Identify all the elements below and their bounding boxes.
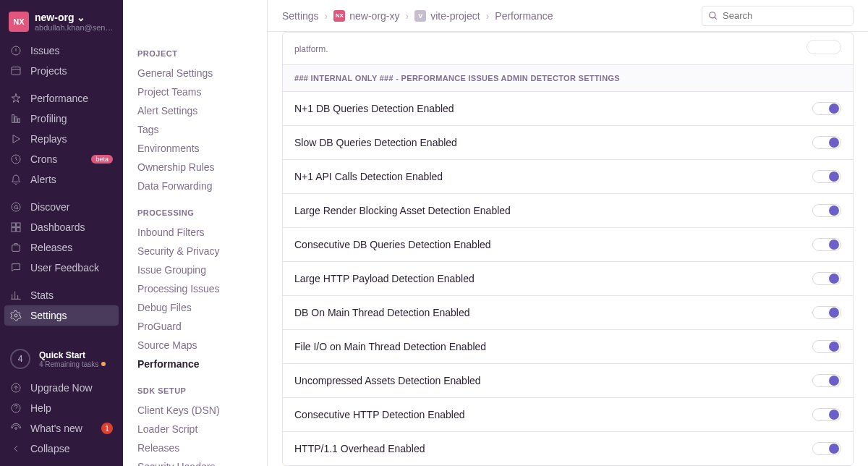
setting-row: Consecutive DB Queries Detection Enabled bbox=[283, 228, 853, 262]
toggle-switch[interactable] bbox=[812, 136, 841, 149]
nav-label: User Feedback bbox=[30, 262, 99, 274]
svg-rect-10 bbox=[17, 223, 20, 226]
nav-replays[interactable]: Replays bbox=[0, 129, 123, 149]
section-title: PROCESSING bbox=[123, 208, 267, 223]
breadcrumb-project[interactable]: V vite-project bbox=[414, 10, 480, 22]
nav-help[interactable]: Help bbox=[0, 398, 123, 418]
quick-start-count: 4 bbox=[10, 349, 30, 369]
nav-performance[interactable]: Performance bbox=[0, 88, 123, 109]
chevron-right-icon: › bbox=[406, 10, 409, 22]
nav-label: Releases bbox=[30, 242, 72, 253]
settings-nav-general-settings[interactable]: General Settings bbox=[123, 64, 267, 82]
settings-nav-loader-script[interactable]: Loader Script bbox=[123, 420, 267, 439]
nav-label: Performance bbox=[30, 93, 88, 104]
toggle-switch[interactable] bbox=[812, 204, 841, 217]
nav-label: Projects bbox=[30, 65, 67, 77]
toggle-knob-icon bbox=[829, 274, 839, 284]
nav-user-feedback[interactable]: User Feedback bbox=[0, 258, 123, 278]
settings-nav-inbound-filters[interactable]: Inbound Filters bbox=[123, 223, 267, 242]
toggle-knob-icon bbox=[829, 444, 839, 454]
breadcrumb-settings[interactable]: Settings bbox=[282, 10, 319, 22]
settings-nav-proguard[interactable]: ProGuard bbox=[123, 317, 267, 336]
settings-nav-source-maps[interactable]: Source Maps bbox=[123, 336, 267, 355]
nav-dashboards[interactable]: Dashboards bbox=[0, 217, 123, 237]
settings-nav-tags[interactable]: Tags bbox=[123, 120, 267, 139]
nav-alerts[interactable]: Alerts bbox=[0, 169, 123, 190]
toggle-switch[interactable] bbox=[812, 340, 841, 353]
toggle-switch[interactable] bbox=[812, 170, 841, 183]
panel-chip[interactable] bbox=[807, 40, 841, 54]
toggle-switch[interactable] bbox=[812, 442, 841, 455]
setting-label: File I/O on Main Thread Detection Enable… bbox=[294, 341, 486, 352]
settings-nav-issue-grouping[interactable]: Issue Grouping bbox=[123, 260, 267, 279]
nav-issues[interactable]: Issues bbox=[0, 41, 123, 61]
collapse-icon bbox=[10, 443, 22, 454]
nav-discover[interactable]: Discover bbox=[0, 197, 123, 217]
section-title: SDK SETUP bbox=[123, 386, 267, 401]
settings-nav-environments[interactable]: Environments bbox=[123, 139, 267, 158]
settings-nav-alert-settings[interactable]: Alert Settings bbox=[123, 101, 267, 120]
performance-icon bbox=[10, 93, 22, 104]
settings-nav-ownership-rules[interactable]: Ownership Rules bbox=[123, 158, 267, 177]
nav-label: Discover bbox=[30, 201, 69, 213]
setting-row: Consecutive HTTP Detection Enabled bbox=[283, 398, 853, 432]
nav-stats[interactable]: Stats bbox=[0, 285, 123, 305]
nav-label: Dashboards bbox=[30, 221, 85, 233]
toggle-switch[interactable] bbox=[812, 238, 841, 251]
toggle-switch[interactable] bbox=[812, 306, 841, 319]
nav-crons[interactable]: Cronsbeta bbox=[0, 149, 123, 169]
search-field[interactable] bbox=[723, 10, 847, 21]
toggle-knob-icon bbox=[829, 137, 839, 148]
settings-nav-client-keys-dsn-[interactable]: Client Keys (DSN) bbox=[123, 401, 267, 420]
setting-row: HTTP/1.1 Overhead Enabled bbox=[283, 432, 853, 465]
toggle-switch[interactable] bbox=[812, 272, 841, 285]
nav-collapse[interactable]: Collapse bbox=[0, 439, 123, 459]
breadcrumb-current: Performance bbox=[495, 10, 553, 22]
nav-label: Stats bbox=[30, 289, 54, 301]
nav-settings[interactable]: Settings bbox=[4, 305, 119, 326]
nav-label: Collapse bbox=[30, 443, 69, 454]
toggle-knob-icon bbox=[829, 342, 839, 352]
setting-label: Uncompressed Assets Detection Enabled bbox=[294, 375, 481, 386]
nav-projects[interactable]: Projects bbox=[0, 61, 123, 81]
settings-nav-security-headers[interactable]: Security Headers bbox=[123, 457, 267, 466]
settings-icon bbox=[10, 310, 22, 321]
quick-start[interactable]: 4 Quick Start 4 Remaining tasks bbox=[0, 343, 123, 375]
setting-label: N+1 API Calls Detection Enabled bbox=[294, 171, 443, 182]
toggle-switch[interactable] bbox=[812, 408, 841, 421]
org-switcher[interactable]: NX new-org ⌄ abdullah.khan@sen… bbox=[0, 7, 123, 41]
nav-releases[interactable]: Releases bbox=[0, 237, 123, 258]
nav-what's-new[interactable]: What's new1 bbox=[0, 418, 123, 439]
dashboards-icon bbox=[10, 221, 22, 233]
nav-upgrade-now[interactable]: Upgrade Now bbox=[0, 378, 123, 398]
chevron-right-icon: › bbox=[486, 10, 490, 22]
svg-rect-1 bbox=[12, 67, 20, 75]
setting-label: N+1 DB Queries Detection Enabled bbox=[294, 103, 454, 114]
settings-nav-releases[interactable]: Releases bbox=[123, 439, 267, 457]
toggle-switch[interactable] bbox=[812, 374, 841, 387]
feedback-icon bbox=[10, 262, 22, 274]
settings-nav-data-forwarding[interactable]: Data Forwarding bbox=[123, 177, 267, 195]
settings-nav-debug-files[interactable]: Debug Files bbox=[123, 298, 267, 317]
beta-badge: beta bbox=[91, 155, 113, 164]
toggle-knob-icon bbox=[829, 103, 839, 114]
setting-label: HTTP/1.1 Overhead Enabled bbox=[294, 443, 425, 454]
setting-row: N+1 DB Queries Detection Enabled bbox=[283, 92, 853, 126]
toggle-knob-icon bbox=[829, 240, 839, 250]
search-input[interactable] bbox=[702, 6, 854, 26]
nav-profiling[interactable]: Profiling bbox=[0, 109, 123, 129]
help-icon bbox=[10, 402, 22, 414]
chevron-down-icon: ⌄ bbox=[77, 12, 85, 23]
setting-row: Uncompressed Assets Detection Enabled bbox=[283, 364, 853, 398]
svg-marker-8 bbox=[14, 205, 17, 208]
toggle-knob-icon bbox=[829, 376, 839, 386]
settings-nav-processing-issues[interactable]: Processing Issues bbox=[123, 279, 267, 298]
svg-point-14 bbox=[14, 314, 17, 317]
toggle-switch[interactable] bbox=[812, 102, 841, 115]
breadcrumb-org[interactable]: NX new-org-xy bbox=[333, 10, 399, 22]
svg-rect-11 bbox=[12, 228, 15, 232]
toggle-knob-icon bbox=[829, 410, 839, 420]
settings-nav-performance[interactable]: Performance bbox=[123, 355, 267, 373]
settings-nav-project-teams[interactable]: Project Teams bbox=[123, 82, 267, 101]
settings-nav-security-privacy[interactable]: Security & Privacy bbox=[123, 242, 267, 260]
